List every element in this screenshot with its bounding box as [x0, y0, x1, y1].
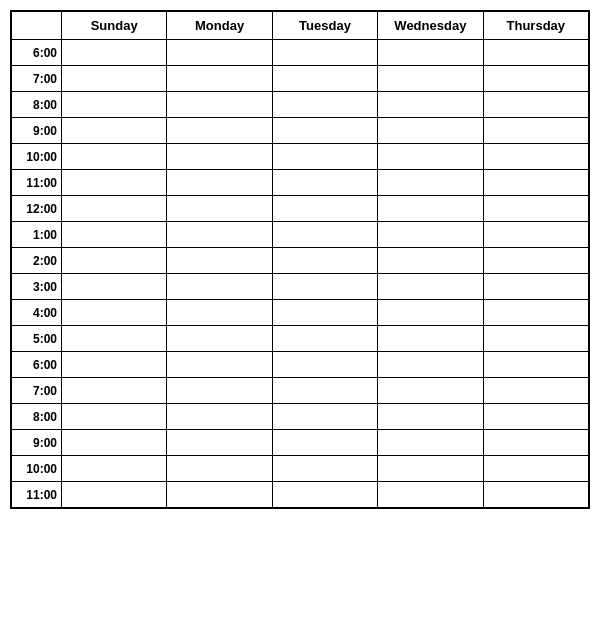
schedule-cell[interactable] — [378, 40, 483, 66]
schedule-cell[interactable] — [272, 274, 377, 300]
schedule-cell[interactable] — [167, 170, 272, 196]
schedule-cell[interactable] — [167, 66, 272, 92]
schedule-cell[interactable] — [378, 222, 483, 248]
schedule-cell[interactable] — [272, 196, 377, 222]
schedule-cell[interactable] — [483, 482, 588, 508]
time-label: 5:00 — [12, 326, 62, 352]
schedule-cell[interactable] — [483, 378, 588, 404]
schedule-cell[interactable] — [378, 66, 483, 92]
schedule-cell[interactable] — [167, 430, 272, 456]
schedule-cell[interactable] — [378, 456, 483, 482]
schedule-cell[interactable] — [62, 326, 167, 352]
schedule-cell[interactable] — [378, 248, 483, 274]
schedule-cell[interactable] — [378, 92, 483, 118]
schedule-cell[interactable] — [378, 404, 483, 430]
time-row: 8:00 — [12, 404, 589, 430]
schedule-cell[interactable] — [272, 456, 377, 482]
schedule-cell[interactable] — [272, 118, 377, 144]
schedule-cell[interactable] — [167, 248, 272, 274]
schedule-cell[interactable] — [483, 144, 588, 170]
schedule-cell[interactable] — [167, 40, 272, 66]
time-row: 9:00 — [12, 118, 589, 144]
schedule-cell[interactable] — [167, 144, 272, 170]
schedule-cell[interactable] — [62, 456, 167, 482]
time-row: 5:00 — [12, 326, 589, 352]
schedule-cell[interactable] — [378, 326, 483, 352]
schedule-cell[interactable] — [167, 118, 272, 144]
schedule-cell[interactable] — [62, 352, 167, 378]
schedule-cell[interactable] — [483, 404, 588, 430]
schedule-cell[interactable] — [167, 300, 272, 326]
schedule-cell[interactable] — [272, 222, 377, 248]
schedule-cell[interactable] — [167, 92, 272, 118]
schedule-cell[interactable] — [483, 66, 588, 92]
schedule-cell[interactable] — [272, 352, 377, 378]
schedule-cell[interactable] — [483, 170, 588, 196]
schedule-cell[interactable] — [272, 248, 377, 274]
schedule-cell[interactable] — [483, 118, 588, 144]
schedule-cell[interactable] — [272, 40, 377, 66]
schedule-cell[interactable] — [62, 378, 167, 404]
schedule-cell[interactable] — [378, 430, 483, 456]
schedule-cell[interactable] — [167, 378, 272, 404]
schedule-cell[interactable] — [167, 196, 272, 222]
schedule-cell[interactable] — [62, 144, 167, 170]
schedule-cell[interactable] — [483, 430, 588, 456]
schedule-cell[interactable] — [378, 300, 483, 326]
schedule-cell[interactable] — [483, 274, 588, 300]
schedule-cell[interactable] — [167, 482, 272, 508]
schedule-cell[interactable] — [483, 92, 588, 118]
schedule-cell[interactable] — [272, 378, 377, 404]
schedule-cell[interactable] — [62, 482, 167, 508]
schedule-cell[interactable] — [167, 274, 272, 300]
schedule-cell[interactable] — [378, 482, 483, 508]
schedule-cell[interactable] — [483, 40, 588, 66]
schedule-cell[interactable] — [62, 196, 167, 222]
schedule-cell[interactable] — [378, 170, 483, 196]
schedule-cell[interactable] — [167, 352, 272, 378]
schedule-cell[interactable] — [62, 40, 167, 66]
schedule-cell[interactable] — [62, 274, 167, 300]
schedule-cell[interactable] — [378, 378, 483, 404]
schedule-cell[interactable] — [272, 430, 377, 456]
schedule-cell[interactable] — [167, 326, 272, 352]
time-label: 6:00 — [12, 40, 62, 66]
header-sunday: Sunday — [62, 12, 167, 40]
schedule-cell[interactable] — [62, 300, 167, 326]
schedule-cell[interactable] — [272, 482, 377, 508]
schedule-cell[interactable] — [62, 430, 167, 456]
schedule-cell[interactable] — [167, 222, 272, 248]
schedule-cell[interactable] — [272, 144, 377, 170]
schedule-cell[interactable] — [483, 222, 588, 248]
schedule-cell[interactable] — [378, 118, 483, 144]
schedule-cell[interactable] — [378, 144, 483, 170]
schedule-cell[interactable] — [483, 456, 588, 482]
schedule-cell[interactable] — [272, 170, 377, 196]
schedule-cell[interactable] — [378, 196, 483, 222]
schedule-cell[interactable] — [167, 456, 272, 482]
schedule-cell[interactable] — [272, 404, 377, 430]
schedule-cell[interactable] — [167, 404, 272, 430]
schedule-cell[interactable] — [62, 170, 167, 196]
schedule-cell[interactable] — [272, 326, 377, 352]
schedule-cell[interactable] — [272, 66, 377, 92]
schedule-cell[interactable] — [378, 274, 483, 300]
schedule-cell[interactable] — [483, 300, 588, 326]
schedule-cell[interactable] — [62, 222, 167, 248]
schedule-table: Sunday Monday Tuesday Wednesday Thursday… — [11, 11, 589, 508]
schedule-cell[interactable] — [483, 352, 588, 378]
schedule-cell[interactable] — [62, 248, 167, 274]
schedule-cell[interactable] — [62, 404, 167, 430]
schedule-cell[interactable] — [483, 248, 588, 274]
schedule-cell[interactable] — [483, 196, 588, 222]
schedule-cell[interactable] — [378, 352, 483, 378]
schedule-cell[interactable] — [272, 300, 377, 326]
time-row: 6:00 — [12, 40, 589, 66]
time-label: 6:00 — [12, 352, 62, 378]
schedule-cell[interactable] — [62, 118, 167, 144]
schedule-cell[interactable] — [483, 326, 588, 352]
schedule-cell[interactable] — [272, 92, 377, 118]
time-label: 9:00 — [12, 430, 62, 456]
schedule-cell[interactable] — [62, 66, 167, 92]
schedule-cell[interactable] — [62, 92, 167, 118]
